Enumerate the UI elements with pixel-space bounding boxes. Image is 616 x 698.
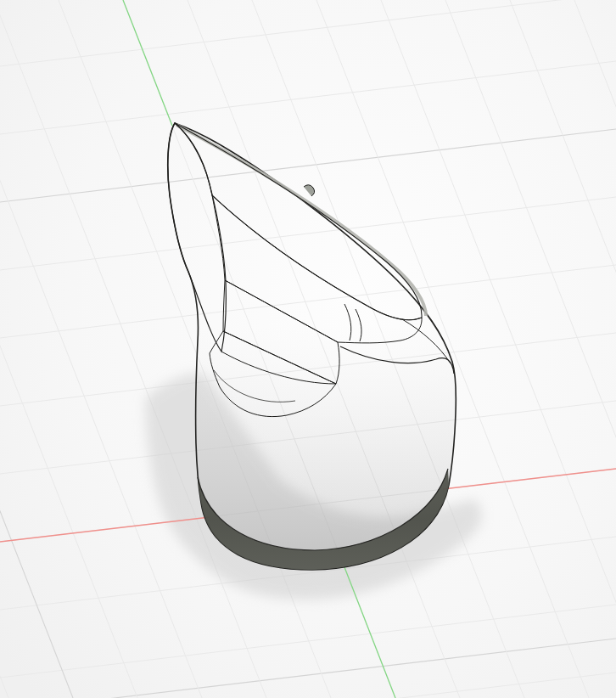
cad-viewport-stage: Gray cylindrical solid with angled chise… (0, 0, 616, 698)
viewport-3d[interactable]: Gray cylindrical solid with angled chise… (0, 0, 616, 698)
